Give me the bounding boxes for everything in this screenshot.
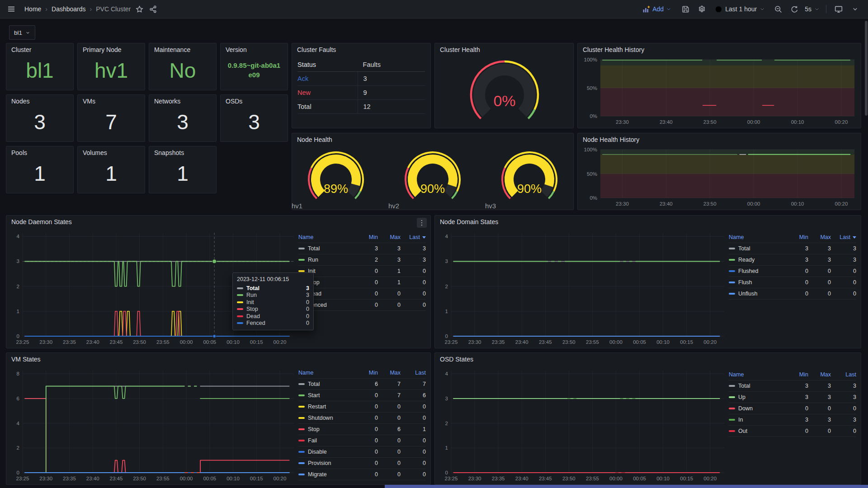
legend-col-last[interactable]: Last	[401, 370, 426, 376]
osd-states-chart[interactable]: 0123423:2523:3023:3523:4023:4523:5023:55…	[438, 366, 729, 483]
legend-series-name[interactable]: Total	[298, 381, 355, 387]
legend-series-name[interactable]: Up	[729, 394, 786, 400]
chevron-down-icon	[814, 6, 820, 12]
kebab-menu-icon[interactable]: ⋮	[417, 218, 427, 228]
svg-text:2: 2	[17, 284, 19, 289]
legend-series-name[interactable]: Provision	[298, 460, 355, 466]
zoom-out-icon[interactable]	[771, 2, 785, 16]
legend-series-name[interactable]: Ready	[729, 257, 786, 263]
svg-text:23:45: 23:45	[539, 339, 552, 345]
series-color-swatch	[298, 417, 305, 419]
legend-col-min[interactable]: Min	[786, 234, 808, 240]
legend-series-name[interactable]: Total	[729, 383, 786, 389]
breadcrumb-home[interactable]: Home	[24, 5, 41, 13]
series-color-swatch	[237, 315, 243, 317]
refresh-interval-picker[interactable]: 5s	[805, 5, 820, 13]
tooltip-series-value: 0	[306, 306, 309, 312]
sort-desc-icon	[422, 236, 426, 239]
vm-states-chart[interactable]: 0246823:2523:3023:3523:4023:4523:5023:55…	[9, 366, 298, 483]
hamburger-menu-icon[interactable]	[5, 2, 18, 16]
legend-col-name[interactable]: Name	[729, 371, 786, 378]
vertical-scrollbar[interactable]	[865, 21, 868, 116]
legend-series-name[interactable]: Down	[729, 405, 786, 412]
cluster-health-history-chart[interactable]: 0%50%100%23:3023:4023:5000:0000:1000:20	[580, 55, 859, 127]
svg-text:00:20: 00:20	[274, 476, 287, 481]
legend-col-max[interactable]: Max	[378, 234, 401, 240]
legend-last: 6	[401, 392, 426, 399]
legend-col-name[interactable]: Name	[298, 234, 355, 240]
legend-row-total: Total 3 3 3	[729, 243, 856, 254]
legend-series-name[interactable]: Total	[298, 245, 355, 252]
legend-col-last[interactable]: Last	[831, 371, 856, 378]
legend-col-last[interactable]: Last	[831, 234, 856, 240]
panel-node-health-history: Node Health History 0%50%100%23:3023:402…	[577, 133, 861, 210]
legend-row-down: Down 0 0 0	[729, 403, 856, 414]
chevron-down-icon[interactable]	[848, 2, 862, 16]
legend-series-name[interactable]: Migrate	[298, 471, 355, 478]
legend-col-last[interactable]: Last	[401, 234, 426, 240]
series-color-swatch	[237, 287, 243, 289]
tooltip-row-stop: Stop 0	[237, 306, 309, 313]
settings-gear-icon[interactable]	[695, 2, 708, 16]
legend-col-min[interactable]: Min	[355, 370, 378, 376]
legend-header: Name Min Max Last	[729, 232, 856, 243]
legend-last: 0	[831, 279, 856, 286]
legend-series-name[interactable]: Restart	[298, 404, 355, 410]
svg-text:1: 1	[445, 309, 448, 314]
fault-status[interactable]: New	[297, 89, 358, 96]
legend-col-max[interactable]: Max	[378, 370, 401, 376]
svg-text:00:15: 00:15	[680, 476, 693, 481]
fault-status[interactable]: Ack	[297, 75, 358, 82]
add-panel-button[interactable]: Add	[642, 5, 671, 13]
faults-col-status: Status	[297, 61, 358, 68]
legend-series-name[interactable]: Shutdown	[298, 415, 355, 421]
node-health-gauge-hv2: 90%hv2	[388, 145, 477, 210]
svg-text:23:55: 23:55	[156, 476, 170, 481]
legend-series-name[interactable]: Stop	[298, 426, 355, 432]
variable-dropdown-bl1[interactable]: bl1	[9, 25, 35, 40]
gauge-label: hv1	[292, 202, 380, 210]
stat-value: 1	[177, 163, 189, 184]
legend-last: 0	[401, 268, 426, 274]
svg-text:23:40: 23:40	[660, 119, 673, 125]
legend-col-max[interactable]: Max	[808, 234, 831, 240]
svg-text:00:00: 00:00	[747, 201, 760, 206]
legend-series-name[interactable]: Run	[298, 257, 355, 263]
legend-series-name[interactable]: Total	[729, 245, 786, 252]
svg-text:23:35: 23:35	[63, 339, 76, 345]
legend-col-min[interactable]: Min	[786, 371, 808, 378]
share-icon[interactable]	[146, 2, 160, 16]
tv-mode-icon[interactable]	[832, 2, 845, 16]
legend-col-min[interactable]: Min	[355, 234, 378, 240]
series-color-swatch	[729, 430, 735, 432]
legend-series-name[interactable]: Disable	[298, 449, 355, 455]
fault-status[interactable]: Total	[297, 103, 358, 110]
node-domain-states-chart[interactable]: 0123423:2523:3023:3523:4023:4523:5023:55…	[438, 228, 729, 347]
node-health-history-chart[interactable]: 0%50%100%23:3023:4023:5000:0000:1000:20	[580, 145, 859, 209]
legend-last: 0	[401, 460, 426, 466]
legend-series-name[interactable]: Fail	[298, 437, 355, 444]
legend-series-name[interactable]: Out	[729, 428, 786, 434]
legend-series-name[interactable]: Start	[298, 392, 355, 399]
legend-col-max[interactable]: Max	[808, 371, 831, 378]
svg-text:0%: 0%	[590, 113, 597, 119]
horizontal-scrollbar[interactable]	[385, 485, 868, 488]
legend-series-name[interactable]: Flushed	[729, 268, 786, 274]
save-dashboard-icon[interactable]	[679, 2, 692, 16]
legend-row-flush: Flush 0 0 0	[729, 277, 856, 288]
svg-text:4: 4	[17, 234, 20, 239]
legend-min: 3	[786, 257, 808, 263]
legend-col-name[interactable]: Name	[298, 370, 355, 376]
legend-col-name[interactable]: Name	[729, 234, 786, 240]
stat-value: No	[170, 60, 196, 81]
time-range-picker[interactable]: Last 1 hour	[715, 5, 765, 13]
legend-max: 0	[378, 437, 401, 444]
refresh-icon[interactable]	[788, 2, 801, 16]
breadcrumb-dashboards[interactable]: Dashboards	[52, 5, 86, 13]
legend-series-name[interactable]: Unflush	[729, 291, 786, 297]
star-icon[interactable]	[132, 2, 146, 16]
legend-last: 3	[401, 245, 426, 252]
svg-text:4: 4	[17, 421, 20, 426]
legend-series-name[interactable]: Flush	[729, 279, 786, 286]
legend-series-name[interactable]: In	[729, 417, 786, 423]
